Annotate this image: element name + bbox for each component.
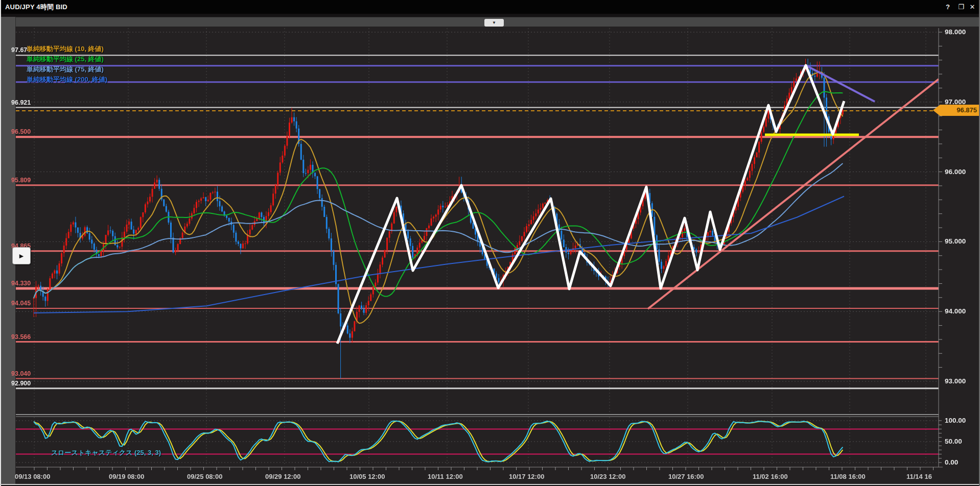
legend-item-sma[interactable]: 単純移動平均線 (200, 終値) (27, 75, 107, 84)
chevron-down-icon: ▼ (492, 20, 496, 25)
legend-item-sma[interactable]: 単純移動平均線 (25, 終値) (27, 55, 104, 64)
title-bar[interactable]: AUD/JPY 4時間 BID ? ❐ ✕ (0, 0, 980, 14)
stoch-axis-label[interactable]: 100.00 (945, 417, 966, 424)
legend-item-sma[interactable]: 単純移動平均線 (10, 終値) (27, 44, 104, 54)
stoch-axis-label[interactable]: 0.00 (945, 458, 958, 466)
window-title: AUD/JPY 4時間 BID (5, 3, 67, 12)
close-button[interactable]: ✕ (967, 2, 978, 12)
price-line-label: 92.900 (11, 380, 31, 387)
chart-plot-area[interactable]: 97.67096.92196.50095.80994.86594.33094.0… (15, 27, 980, 484)
y-axis-label[interactable]: 98.000 (945, 28, 966, 36)
price-line-label: 94.330 (11, 280, 31, 287)
price-line-label: 93.040 (11, 370, 31, 377)
stochastics-legend[interactable]: スローストキャスティクス (25, 3, 3) (51, 448, 161, 457)
stoch-axis-label[interactable]: 50.00 (945, 438, 962, 445)
x-axis-label[interactable]: 09/19 08:00 (109, 473, 144, 480)
legend-item-sma[interactable]: 単純移動平均線 (75, 終値) (27, 65, 104, 74)
collapse-panel-button[interactable]: ▼ (484, 19, 504, 27)
price-line-label: 95.809 (11, 177, 31, 184)
toolbar-strip: ▼ (0, 17, 980, 27)
y-axis-label[interactable]: 94.000 (945, 307, 966, 315)
x-axis-label[interactable]: 10/27 16:00 (668, 473, 704, 480)
sidebar-expand-button[interactable]: ▶ (12, 247, 31, 264)
price-line-label: 94.045 (11, 300, 31, 307)
maximize-button[interactable]: ❐ (955, 2, 967, 12)
x-axis-label[interactable]: 10/23 12:00 (590, 473, 625, 480)
price-line-label: 96.921 (11, 99, 31, 106)
current-price-badge: 96.875 (933, 105, 980, 116)
x-axis-label[interactable]: 10/17 12:00 (509, 473, 544, 480)
candlestick-canvas[interactable] (15, 27, 980, 484)
x-axis-label[interactable]: 11/14 16 (906, 473, 932, 480)
price-line-label: 96.500 (11, 128, 31, 135)
window-bottom-border (0, 484, 980, 485)
arrow-right-icon: ▶ (19, 253, 24, 259)
y-axis-label[interactable]: 95.000 (945, 237, 966, 245)
x-axis-label[interactable]: 09/13 08:00 (15, 473, 50, 480)
x-axis-label[interactable]: 09/25 08:00 (187, 473, 222, 480)
x-axis-label[interactable]: 10/05 12:00 (349, 473, 385, 480)
y-axis-label[interactable]: 97.000 (945, 98, 966, 106)
y-axis-label[interactable]: 93.000 (945, 377, 966, 385)
x-axis-label[interactable]: 09/29 12:00 (265, 473, 300, 480)
price-line-label: 93.566 (11, 333, 31, 341)
help-button[interactable]: ? (942, 2, 953, 12)
x-axis-label[interactable]: 11/08 16:00 (830, 473, 866, 480)
chart-window: AUD/JPY 4時間 BID ? ❐ ✕ ▼ 97.67096.92196.5… (0, 0, 980, 486)
x-axis-label[interactable]: 11/02 16:00 (753, 473, 788, 480)
x-axis-label[interactable]: 10/11 12:00 (428, 473, 463, 480)
window-left-border (0, 0, 1, 486)
y-axis-label[interactable]: 96.000 (945, 168, 966, 176)
